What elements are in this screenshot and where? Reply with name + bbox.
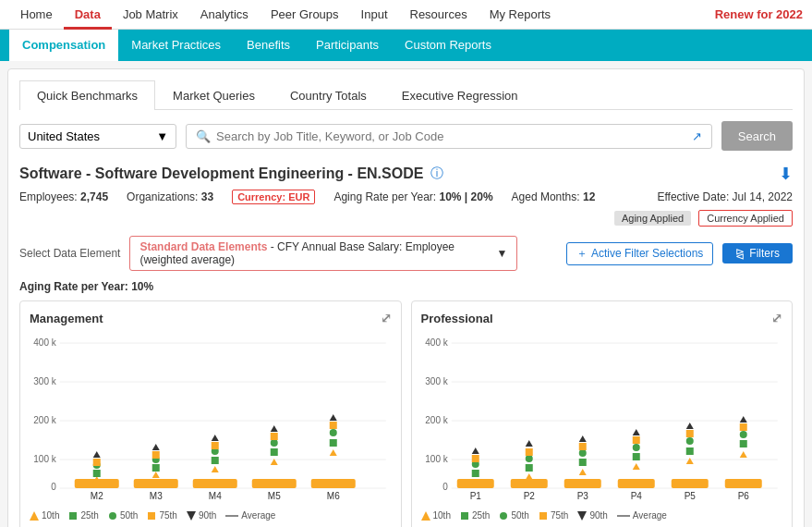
svg-text:P5: P5 xyxy=(684,491,696,501)
svg-marker-45 xyxy=(30,511,39,521)
svg-marker-74 xyxy=(525,440,532,447)
svg-marker-95 xyxy=(685,423,693,429)
svg-rect-38 xyxy=(311,479,356,488)
chevron-down-icon: ▼ xyxy=(497,247,508,260)
subnav-market-practices[interactable]: Market Practices xyxy=(118,30,234,61)
svg-text:200 k: 200 k xyxy=(33,415,56,425)
tab-executive-regression[interactable]: Executive Regression xyxy=(384,80,536,110)
svg-text:400 k: 400 k xyxy=(33,337,56,348)
svg-text:100 k: 100 k xyxy=(33,454,56,464)
country-value: United States xyxy=(28,129,100,143)
svg-rect-71 xyxy=(525,464,532,472)
tab-market-queries[interactable]: Market Queries xyxy=(155,80,273,110)
professional-chart: Professional ⤢ 400 k 300 k 200 k 100 k 0… xyxy=(411,300,794,527)
management-chart: Management ⤢ 400 k 300 k 200 k 100 k 0 M… xyxy=(19,300,402,527)
svg-rect-29 xyxy=(212,442,219,449)
svg-marker-77 xyxy=(578,469,586,475)
svg-marker-44 xyxy=(330,414,337,421)
nav-job-matrix[interactable]: Job Matrix xyxy=(112,0,189,30)
employees-label: Employees: 2,745 xyxy=(19,190,108,203)
expand-icon[interactable]: ⤢ xyxy=(381,311,392,325)
svg-rect-17 xyxy=(134,479,178,488)
svg-text:M3: M3 xyxy=(150,491,163,501)
data-element-value: Standard Data Elements Standard Data Ele… xyxy=(139,240,491,266)
download-icon[interactable]: ⬇ xyxy=(779,164,793,184)
tab-country-totals[interactable]: Country Totals xyxy=(273,80,384,110)
nav-my-reports[interactable]: My Reports xyxy=(479,0,562,30)
nav-home[interactable]: Home xyxy=(9,0,64,30)
professional-chart-title: Professional ⤢ xyxy=(421,311,783,325)
active-filter-button[interactable]: ＋ Active Filter Selections xyxy=(566,242,713,265)
external-link-icon[interactable]: ↗ xyxy=(692,129,702,143)
svg-marker-103 xyxy=(421,511,430,521)
svg-rect-34 xyxy=(271,448,278,456)
nav-resources[interactable]: Resources xyxy=(399,0,479,30)
subnav-participants[interactable]: Participants xyxy=(303,30,392,61)
filters-button[interactable]: ⧎ Filters xyxy=(722,243,793,264)
subnav-custom-reports[interactable]: Custom Reports xyxy=(392,30,504,61)
nav-data[interactable]: Data xyxy=(64,0,112,30)
renew-button[interactable]: Renew for 2022 xyxy=(715,7,803,21)
svg-text:P1: P1 xyxy=(469,491,481,501)
effective-date: Effective Date: Jul 14, 2022 xyxy=(657,190,793,203)
svg-point-93 xyxy=(685,437,693,445)
svg-rect-15 xyxy=(93,459,101,466)
data-element-dropdown[interactable]: Standard Data Elements Standard Data Ele… xyxy=(129,236,517,271)
sub-navigation: Compensation Market Practices Benefits P… xyxy=(0,30,812,61)
expand-icon[interactable]: ⤢ xyxy=(771,311,782,325)
svg-text:M5: M5 xyxy=(268,491,281,501)
svg-rect-104 xyxy=(461,512,468,520)
search-button[interactable]: Search xyxy=(721,121,793,151)
info-icon[interactable]: ⓘ xyxy=(430,165,443,182)
tab-quick-benchmarks[interactable]: Quick Benchmarks xyxy=(19,80,155,110)
svg-rect-96 xyxy=(724,479,761,488)
svg-text:200 k: 200 k xyxy=(425,415,448,425)
svg-rect-82 xyxy=(617,479,654,488)
nav-peer-groups[interactable]: Peer Groups xyxy=(260,0,350,30)
svg-point-47 xyxy=(109,512,116,520)
subnav-compensation[interactable]: Compensation xyxy=(9,30,118,61)
svg-rect-68 xyxy=(510,479,547,488)
svg-text:300 k: 300 k xyxy=(33,376,56,386)
svg-text:P4: P4 xyxy=(630,491,642,501)
country-dropdown[interactable]: United States ▼ xyxy=(19,124,176,149)
svg-text:M2: M2 xyxy=(91,491,103,501)
svg-rect-46 xyxy=(69,512,77,520)
subnav-benefits[interactable]: Benefits xyxy=(234,30,303,61)
svg-rect-27 xyxy=(212,457,219,464)
svg-marker-102 xyxy=(739,416,746,423)
management-chart-title: Management ⤢ xyxy=(30,311,392,325)
search-input[interactable] xyxy=(216,129,686,143)
svg-text:100 k: 100 k xyxy=(425,454,448,464)
main-content: Quick Benchmarks Market Queries Country … xyxy=(7,68,805,527)
svg-marker-98 xyxy=(739,451,746,458)
svg-text:300 k: 300 k xyxy=(425,376,448,386)
top-navigation: Home Data Job Matrix Analytics Peer Grou… xyxy=(0,0,812,30)
svg-text:M6: M6 xyxy=(327,491,340,501)
svg-rect-20 xyxy=(152,464,160,472)
svg-rect-85 xyxy=(632,453,639,460)
svg-marker-84 xyxy=(632,463,639,470)
nav-input[interactable]: Input xyxy=(350,0,399,30)
tab-bar: Quick Benchmarks Market Queries Country … xyxy=(19,80,793,110)
svg-text:0: 0 xyxy=(442,482,448,492)
nav-analytics[interactable]: Analytics xyxy=(189,0,260,30)
aged-months-label: Aged Months: 12 xyxy=(512,190,596,203)
svg-rect-48 xyxy=(148,512,155,520)
search-input-box[interactable]: 🔍 ↗ xyxy=(186,124,712,149)
svg-marker-107 xyxy=(577,511,587,521)
svg-text:400 k: 400 k xyxy=(425,337,448,348)
svg-rect-66 xyxy=(471,455,479,462)
svg-point-105 xyxy=(500,512,507,520)
svg-text:P6: P6 xyxy=(737,491,749,501)
svg-marker-26 xyxy=(212,466,219,472)
svg-marker-88 xyxy=(632,429,639,435)
svg-rect-92 xyxy=(685,447,693,455)
search-row: United States ▼ 🔍 ↗ Search xyxy=(19,121,793,151)
svg-rect-101 xyxy=(739,423,746,431)
svg-point-79 xyxy=(578,449,586,457)
professional-chart-legend: 10th 25th 50th 75th 90th Average xyxy=(421,510,783,521)
svg-rect-94 xyxy=(685,430,693,437)
svg-marker-23 xyxy=(152,444,160,450)
management-chart-legend: 10th 25th 50th 75th 90th Average xyxy=(30,510,392,521)
